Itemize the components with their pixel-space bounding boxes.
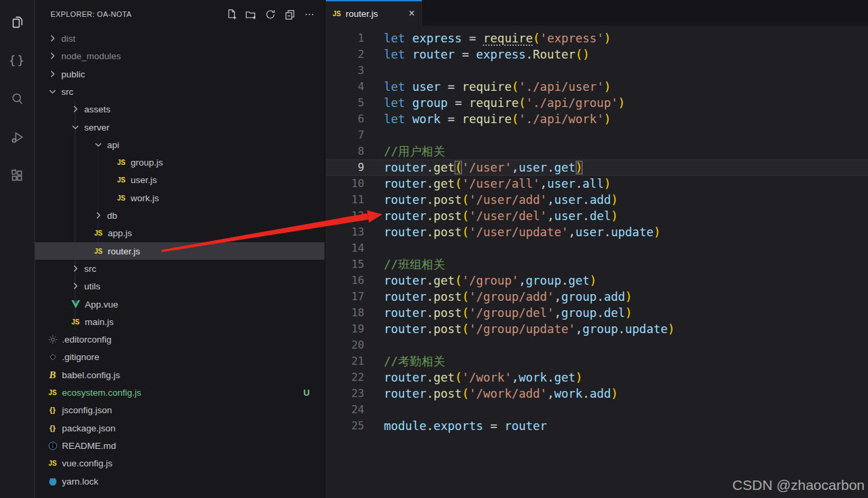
tree-item-babel-config-js[interactable]: Bbabel.config.js [35,366,325,384]
code-line-6[interactable]: 6let work = require('./api/work') [326,111,868,127]
code-line-10[interactable]: 10router.get('/user/all',user.all) [326,176,868,192]
tree-item--gitignore[interactable]: .gitignore [35,348,325,365]
tree-item-label: main.js [85,317,114,327]
tree-item-label: assets [84,104,110,114]
code-line-9[interactable]: 9router.get('/user',user.get) [326,159,868,176]
code-line-25[interactable]: 25module.exports = router [326,418,868,434]
code-text: router.get('/user/all',user.all) [384,176,611,192]
code-line-19[interactable]: 19router.post('/group/update',group.upda… [326,321,868,337]
code-line-21[interactable]: 21//考勤相关 [326,353,868,369]
tree-item-app-vue[interactable]: App.vue [35,295,325,313]
tree-item-label: App.vue [85,299,119,310]
code-line-3[interactable]: 3 [326,63,868,79]
code-line-13[interactable]: 13router.post('/user/update',user.update… [326,224,868,240]
tree-item-group-js[interactable]: JSgroup.js [35,153,325,171]
tree-item-assets[interactable]: assets [35,100,325,118]
tree-item-utils[interactable]: utils [35,277,325,295]
code-line-20[interactable]: 20 [326,337,868,353]
tree-item-label: .gitignore [62,352,100,362]
tree-item-dist[interactable]: dist [35,30,325,47]
line-number: 1 [326,30,364,46]
code-line-11[interactable]: 11router.post('/user/add',user.add) [326,192,868,208]
yarn-icon [46,476,59,487]
tree-item-app-js[interactable]: JSapp.js [35,224,325,242]
line-number: 6 [326,111,364,127]
tree-item-label: dist [61,34,75,44]
new-folder-icon[interactable] [244,8,257,20]
tree-item-src[interactable]: src [35,83,325,100]
code-text: //班组相关 [384,256,445,273]
tree-item-package-json[interactable]: {}package.json [35,419,325,437]
tab-router-js[interactable]: JS router.js × [326,0,422,26]
chevron-down-icon [92,139,104,150]
line-number: 12 [326,208,364,224]
close-icon[interactable]: × [409,8,415,19]
new-file-icon[interactable] [225,8,237,20]
extensions-icon[interactable] [0,156,34,194]
code-line-5[interactable]: 5let group = require('./api/group') [326,95,868,111]
tree-item-server[interactable]: server [35,118,325,136]
tree-item-label: node_modules [61,51,121,61]
tree-item-label: api [107,140,119,150]
tree-item-label: utils [84,281,100,291]
line-number: 9 [326,159,364,176]
code-line-23[interactable]: 23router.post('/work/add',work.add) [326,386,868,402]
tree-item-api[interactable]: api [35,136,325,153]
tree-item-label: app.js [108,228,132,238]
tree-item-ecosystem-config-js[interactable]: JSecosystem.config.jsU [35,384,325,401]
code-line-18[interactable]: 18router.post('/group/del',group.del) [326,305,868,321]
chevron-right-icon [69,263,81,274]
code-line-22[interactable]: 22router.get('/work',work.get) [326,369,868,386]
code-text: let router = express.Router() [384,46,590,63]
more-actions-icon[interactable] [303,8,315,20]
code-line-4[interactable]: 4let user = require('./api/user') [326,79,868,95]
code-line-16[interactable]: 16router.get('/group',group.get) [326,273,868,289]
code-text: let user = require('./api/user') [384,79,611,95]
run-debug-icon[interactable] [0,118,34,156]
tree-item-label: public [61,69,85,79]
code-line-7[interactable]: 7 [326,127,868,143]
line-number: 16 [326,273,364,289]
code-editor[interactable]: 1let express = require('express')2let ro… [326,26,868,498]
code-text: router.post('/user/add',user.add) [384,192,618,208]
tree-item-work-js[interactable]: JSwork.js [35,189,325,207]
code-line-12[interactable]: 12router.post('/user/del',user.del) [326,208,868,224]
tree-item-label: README.md [62,441,116,451]
info-icon [46,440,59,451]
code-text: router.post('/group/del',group.del) [384,305,632,321]
babel-icon: B [46,369,59,380]
code-line-2[interactable]: 2let router = express.Router() [326,46,868,63]
code-text: //用户相关 [384,143,445,159]
refresh-icon[interactable] [264,8,276,20]
code-line-14[interactable]: 14 [326,240,868,256]
explorer-title: EXPLORER: OA-NOTA [51,10,131,18]
search-icon[interactable] [0,79,34,118]
line-number: 24 [326,402,364,418]
code-line-24[interactable]: 24 [326,402,868,418]
tree-item-readme-md[interactable]: README.md [35,437,325,454]
code-line-1[interactable]: 1let express = require('express') [326,30,868,46]
code-line-17[interactable]: 17router.post('/group/add',group.add) [326,289,868,305]
explorer-icon[interactable] [0,3,34,41]
collapse-folders-icon[interactable] [283,8,296,20]
line-number: 14 [326,240,364,256]
tree-item-db[interactable]: db [35,207,325,224]
tree-item-jsconfig-json[interactable]: {}jsconfig.json [35,401,325,419]
line-number: 15 [326,256,364,273]
code-line-8[interactable]: 8//用户相关 [326,143,868,159]
explorer-actions [225,0,315,28]
tree-item-node-modules[interactable]: node_modules [35,47,325,65]
tree-item-vue-config-js[interactable]: JSvue.config.js [35,454,325,472]
tree-item-public[interactable]: public [35,65,325,83]
code-text: router.post('/group/update',group.update… [384,321,675,337]
braces-icon[interactable]: {} [0,41,34,79]
tree-item-user-js[interactable]: JSuser.js [35,171,325,188]
code-line-15[interactable]: 15//班组相关 [326,256,868,273]
tree-item-router-js[interactable]: JSrouter.js [35,242,325,260]
tree-item-src[interactable]: src [35,260,325,277]
tree-item-label: src [61,87,73,97]
tree-item--editorconfig[interactable]: .editorconfig [35,330,325,348]
tree-item-label: user.js [131,175,157,185]
tree-item-yarn-lock[interactable]: yarn.lock [35,472,325,490]
tree-item-main-js[interactable]: JSmain.js [35,313,325,330]
